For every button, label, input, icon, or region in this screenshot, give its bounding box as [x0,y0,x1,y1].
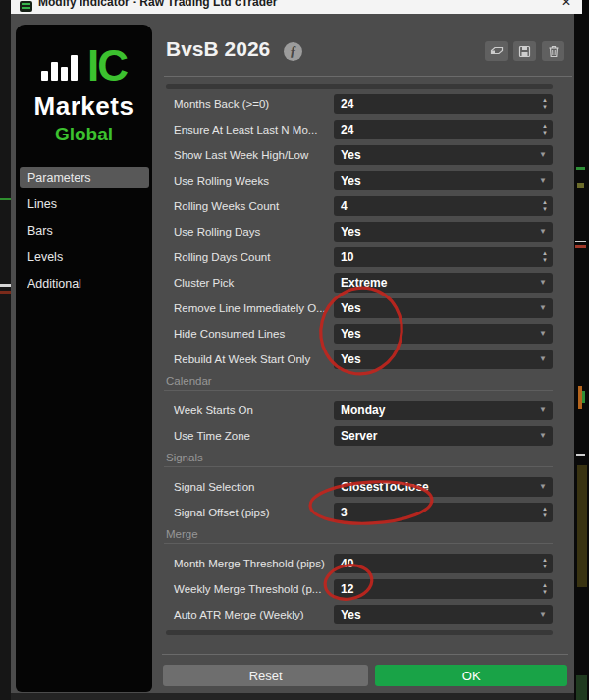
sidebar-item-levels[interactable]: Levels [20,246,149,267]
parameter-row: Rolling Weeks Count 4 ▲▼ ▼ [162,196,566,216]
parameter-field[interactable]: 10 ▲▼ ▼ [334,247,553,267]
parameter-value: 24 [341,97,353,111]
scrolled-row-sliver [166,630,553,635]
page-title: BvsB 2026 [166,37,270,61]
window-title: Modify Indicator - Raw Trading Ltd cTrad… [38,0,277,9]
parameter-label: Remove Line Immediately O... [162,302,334,314]
parameter-value: 12 [341,582,353,596]
parameter-value: Yes [341,352,361,366]
parameter-field[interactable]: 24 ▲▼ ▼ [334,120,553,139]
sidebar-item-label: Lines [27,197,57,211]
chevron-down-icon[interactable]: ▼ [539,150,547,159]
parameter-label: Use Time Zone [162,430,334,442]
parameter-row: Week Starts On Monday ▲▼ ▼ [162,401,566,420]
stepper-icon[interactable]: ▲▼ [542,250,548,264]
parameter-row: Show Last Week High/Low Yes ▲▼ ▼ [162,145,566,165]
parameter-field[interactable]: Extreme ▲▼ ▼ [334,273,553,293]
reset-button[interactable]: Reset [163,665,368,686]
parameter-row: Signal Offset (pips) 3 ▲▼ ▼ [162,503,566,522]
sidebar-item-label: Bars [27,224,53,238]
parameter-field[interactable]: Yes ▲▼ ▼ [334,171,553,190]
stepper-icon[interactable]: ▲▼ [542,582,548,596]
algo-info-icon[interactable]: ƒ [284,42,302,61]
parameter-row: Signal Selection ClosestToClose ▲▼ ▼ [162,477,566,497]
parameter-value: 10 [341,250,353,264]
parameter-row: Cluster Pick Extreme ▲▼ ▼ [162,273,566,293]
rename-icon[interactable] [485,41,508,61]
parameter-field[interactable]: Yes ▲▼ ▼ [334,350,553,369]
chevron-down-icon[interactable]: ▼ [539,482,547,491]
form-groups: Months Back (>=0) 24 ▲▼ ▼ Ensure At Leas… [162,94,566,624]
parameter-field[interactable]: Yes ▲▼ ▼ [334,324,553,344]
stepper-icon[interactable]: ▲▼ [542,506,548,519]
parameter-label: Month Merge Threshold (pips) [162,558,334,569]
stepper-icon[interactable]: ▲▼ [542,97,548,111]
stepper-icon[interactable]: ▲▼ [542,557,548,570]
save-icon[interactable] [513,41,536,61]
indicator-app-icon [20,1,32,12]
close-icon[interactable]: ✕ [562,0,571,9]
chevron-down-icon[interactable]: ▼ [539,176,547,185]
parameter-row: Use Rolling Weeks Yes ▲▼ ▼ [162,171,566,190]
sidebar-item-parameters[interactable]: Parameters [20,167,149,188]
parameter-field[interactable]: Yes ▲▼ ▼ [334,145,553,165]
parameter-label: Hide Consumed Lines [162,328,334,340]
parameter-label: Show Last Week High/Low [162,149,334,161]
modify-indicator-dialog: IC Markets Global Parameters Lines Bars … [11,14,574,693]
header-divider [164,76,572,77]
chart-background-left [0,0,11,700]
sidebar-item-lines[interactable]: Lines [20,193,149,214]
chevron-down-icon[interactable]: ▼ [539,610,547,619]
parameter-field[interactable]: 12 ▲▼ ▼ [334,579,553,599]
sidebar-item-label: Levels [27,250,63,264]
logo-global-text: Global [16,124,152,145]
parameter-field[interactable]: 40 ▲▼ ▼ [334,554,553,573]
parameter-value: Yes [341,301,361,315]
window-titlebar: Modify Indicator - Raw Trading Ltd cTrad… [11,0,582,14]
stepper-icon[interactable]: ▲▼ [542,199,548,213]
parameter-value: Server [341,429,377,443]
chevron-down-icon[interactable]: ▼ [539,405,547,414]
parameter-field[interactable]: 4 ▲▼ ▼ [334,196,553,216]
parameter-label: Ensure At Least Last N Mo... [162,124,334,135]
parameter-field[interactable]: Yes ▲▼ ▼ [334,605,553,624]
parameter-field[interactable]: 24 ▲▼ ▼ [334,94,553,114]
parameter-value: 24 [341,123,353,136]
chevron-down-icon[interactable]: ▼ [539,431,547,440]
parameter-label: Use Rolling Days [162,226,334,238]
parameter-row: Auto ATR Merge (Weekly) Yes ▲▼ ▼ [162,605,566,624]
ic-markets-logo: IC Markets Global [16,25,152,145]
parameter-label: Cluster Pick [162,277,334,289]
parameter-field[interactable]: Yes ▲▼ ▼ [334,222,553,242]
chevron-down-icon[interactable]: ▼ [539,329,547,338]
parameter-value: Monday [341,404,385,417]
sidebar-item-additional[interactable]: Additional [20,273,149,294]
parameter-label: Weekly Merge Threshold (p... [162,583,334,595]
ok-button[interactable]: OK [375,665,567,686]
parameter-field[interactable]: Server ▲▼ ▼ [334,426,553,446]
section-header: Merge [164,528,553,544]
parameter-value: 40 [341,557,353,570]
chevron-down-icon[interactable]: ▼ [539,227,547,236]
delete-icon[interactable] [542,41,564,61]
sidebar-item-label: Additional [27,277,81,291]
main-panel: BvsB 2026 ƒ [162,14,574,693]
parameter-value: ClosestToClose [341,480,429,494]
parameter-label: Months Back (>=0) [162,98,334,110]
parameter-field[interactable]: 3 ▲▼ ▼ [334,503,553,522]
sidebar-item-bars[interactable]: Bars [20,220,149,241]
parameter-field[interactable]: Yes ▲▼ ▼ [334,298,553,318]
logo-ic-text: IC [87,44,127,87]
stepper-icon[interactable]: ▲▼ [542,123,548,136]
chevron-down-icon[interactable]: ▼ [539,303,547,312]
chevron-down-icon[interactable]: ▼ [539,278,547,287]
section-header: Signals [164,452,553,467]
chart-background-right [574,0,589,700]
chevron-down-icon[interactable]: ▼ [539,354,547,363]
parameter-label: Rebuild At Week Start Only [162,353,334,365]
parameter-field[interactable]: Monday ▲▼ ▼ [334,401,553,420]
parameter-field[interactable]: ClosestToClose ▲▼ ▼ [334,477,553,497]
parameter-label: Use Rolling Weeks [162,175,334,187]
parameter-row: Remove Line Immediately O... Yes ▲▼ ▼ [162,298,566,318]
parameter-label: Week Starts On [162,404,334,416]
